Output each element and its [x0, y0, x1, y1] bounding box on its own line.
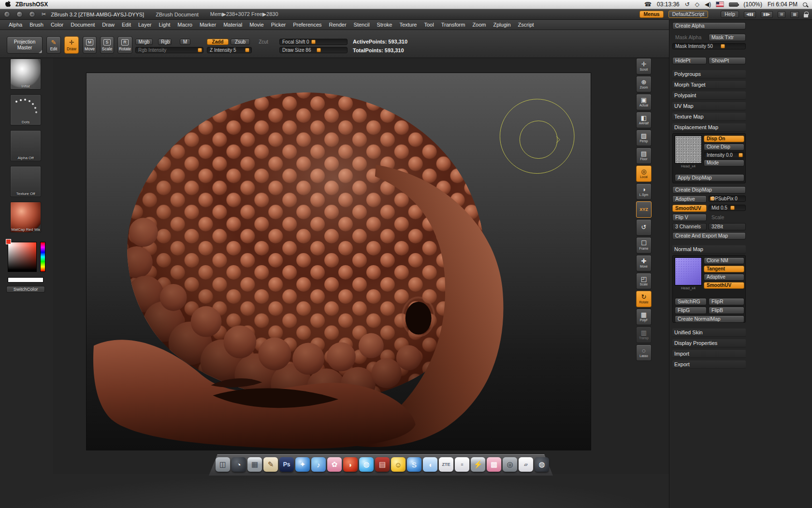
zoom-button[interactable]: ⊕Zoom: [636, 76, 652, 92]
call-status-icon[interactable]: ☎: [644, 1, 652, 8]
stroke-type-thumbnail[interactable]: Dots: [10, 94, 41, 125]
rgb-intensity-slider[interactable]: Rgb Intensity: [135, 47, 203, 53]
menu-tab-zscript[interactable]: Zscript: [518, 22, 534, 28]
mask-intensity-slider[interactable]: Mask Intensity 50: [672, 43, 746, 49]
document-canvas[interactable]: [86, 73, 591, 450]
m-button[interactable]: M: [180, 39, 190, 45]
volume-icon[interactable]: ◀): [705, 1, 711, 8]
menu-tab-stroke[interactable]: Stroke: [377, 22, 392, 28]
dock-icon-iphoto[interactable]: ✿: [327, 457, 342, 472]
disp-mode-button[interactable]: Mode: [704, 160, 744, 166]
menu-tab-macro[interactable]: Macro: [177, 22, 192, 28]
battery-icon[interactable]: [729, 2, 738, 7]
disp-intensity-slider[interactable]: Intensity 0.0: [704, 152, 744, 158]
create-dispmap-button[interactable]: Create DispMap: [672, 186, 746, 194]
default-zscript-button[interactable]: DefaultZScript: [668, 11, 709, 18]
secondary-color-bar[interactable]: [8, 277, 44, 283]
section-uv-map[interactable]: UV Map: [672, 102, 746, 110]
active-app-name[interactable]: ZBrushOSX: [15, 1, 48, 8]
scroll-button[interactable]: ✛Scroll: [636, 58, 652, 75]
rgb-intensity-handle[interactable]: [198, 48, 202, 52]
menu-tab-layer[interactable]: Layer: [138, 22, 152, 28]
polyframe-button[interactable]: ▦PolyF: [636, 309, 652, 325]
saturation-value-square[interactable]: [8, 242, 37, 272]
section-displacement-map[interactable]: Displacement Map: [672, 123, 746, 132]
rgb-button[interactable]: Rgb: [158, 39, 172, 45]
zcut-button[interactable]: Zcut: [255, 39, 272, 45]
frame-button[interactable]: ☐Frame: [636, 237, 652, 254]
window-close-button[interactable]: ×: [4, 11, 10, 17]
disp-intensity-handle[interactable]: [739, 153, 743, 157]
menu-tab-color[interactable]: Color: [51, 22, 63, 28]
sculpt-head[interactable]: [93, 92, 503, 449]
mask-alpha-button[interactable]: Mask Alpha: [672, 34, 707, 41]
bit-depth-button[interactable]: 32Bit: [709, 223, 746, 230]
flipr-button[interactable]: FlipR: [709, 298, 744, 305]
dock-icon-dashboard[interactable]: ◔: [232, 457, 246, 472]
menu-tab-alpha[interactable]: Alpha: [9, 22, 22, 28]
section-texture-map[interactable]: Texture Map: [672, 113, 746, 121]
spaces-icon[interactable]: ◇: [695, 1, 699, 8]
flipb-button[interactable]: FlipB: [709, 307, 744, 314]
menu-tab-render[interactable]: Render: [329, 22, 347, 28]
menu-bar-clock[interactable]: Fri 6:04 PM: [768, 1, 798, 8]
channels-button[interactable]: 3 Channels: [672, 223, 707, 230]
dpsubpix-slider[interactable]: DPSubPix 0: [709, 195, 746, 202]
switchrg-button[interactable]: SwitchRG: [675, 298, 707, 305]
spotlight-icon[interactable]: [803, 2, 807, 7]
menu-tab-marker[interactable]: Marker: [200, 22, 216, 28]
menu-tab-movie[interactable]: Movie: [249, 22, 263, 28]
texture-thumbnail[interactable]: Texture Off: [10, 166, 41, 197]
menu-tab-light[interactable]: Light: [159, 22, 171, 28]
dock-icon-ichat[interactable]: ◖: [423, 457, 437, 472]
window-zoom-button[interactable]: +: [29, 11, 35, 17]
menu-tab-zplugin[interactable]: Zplugin: [493, 22, 511, 28]
scale-button[interactable]: S Scale: [100, 36, 114, 54]
current-brush-thumbnail[interactable]: Inflat: [10, 59, 41, 90]
draw-size-slider[interactable]: Draw Size 86: [279, 47, 348, 53]
battery-percentage[interactable]: (100%): [743, 1, 762, 8]
clone-nm-button[interactable]: Clone NM: [704, 257, 744, 264]
dock-icon-sketch[interactable]: ✎: [263, 457, 278, 472]
section-polypaint[interactable]: Polypaint: [672, 91, 746, 100]
menu-tab-preferences[interactable]: Preferences: [293, 22, 321, 28]
scale-3d-button[interactable]: ◰Scale: [636, 273, 652, 289]
dock-icon-automator[interactable]: ⚡: [471, 457, 485, 472]
projection-master-button[interactable]: Projection Master: [7, 36, 43, 54]
dock-icon-grab-app[interactable]: ◫: [216, 457, 230, 472]
window-minimize-button[interactable]: −: [16, 11, 23, 17]
dock-icon-messenger[interactable]: ☺: [391, 457, 406, 472]
move-3d-button[interactable]: ✚Move: [636, 255, 652, 271]
disp-scale-button[interactable]: Scale: [709, 214, 746, 221]
menu-tab-document[interactable]: Document: [71, 22, 95, 28]
section-display-properties[interactable]: Display Properties: [672, 339, 746, 347]
hidept-button[interactable]: HidePt: [672, 57, 707, 64]
tray-scroll-right-button[interactable]: ▮▮▶: [761, 11, 773, 18]
menus-button[interactable]: Menus: [639, 11, 663, 18]
menu-tab-draw[interactable]: Draw: [102, 22, 115, 28]
actual-size-button[interactable]: ▣Actual: [636, 94, 652, 110]
section-normal-map[interactable]: Normal Map: [672, 245, 746, 254]
dock-icon-safari[interactable]: ✦: [295, 457, 310, 472]
local-transform-button[interactable]: ◎Local: [636, 165, 652, 182]
menu-tab-zoom[interactable]: Zoom: [472, 22, 486, 28]
z-intensity-handle[interactable]: [245, 48, 249, 52]
draw-button[interactable]: ✛ Draw: [64, 36, 79, 54]
tray-scroll-left-button[interactable]: ◀▮▮: [744, 11, 756, 18]
disp-smoothuv-button[interactable]: SmoothUV: [672, 205, 707, 212]
light-symmetry-button[interactable]: ◑L.Sym: [636, 183, 652, 200]
apply-dispmap-button[interactable]: Apply DispMap: [675, 174, 744, 181]
transparency-button[interactable]: ▥Transp: [636, 327, 652, 343]
displacement-map-thumbnail[interactable]: [675, 135, 702, 164]
zadd-button[interactable]: Zadd: [207, 39, 229, 45]
dock-icon-itunes[interactable]: ♪: [311, 457, 326, 472]
floor-grid-button[interactable]: ▤Floor: [636, 148, 652, 164]
z-intensity-slider[interactable]: Z Intensity 5: [207, 47, 252, 53]
dock-icon-world-app[interactable]: ◍: [359, 457, 374, 472]
nm-adaptive-button[interactable]: Adaptive: [704, 274, 744, 281]
section-unified-skin[interactable]: Unified Skin: [672, 329, 746, 337]
menu-tab-stencil[interactable]: Stencil: [354, 22, 370, 28]
dock-icon-archive[interactable]: ▱: [519, 457, 533, 472]
menu-tab-transform[interactable]: Transform: [441, 22, 465, 28]
dock-icon-installer[interactable]: ▦: [247, 457, 262, 472]
